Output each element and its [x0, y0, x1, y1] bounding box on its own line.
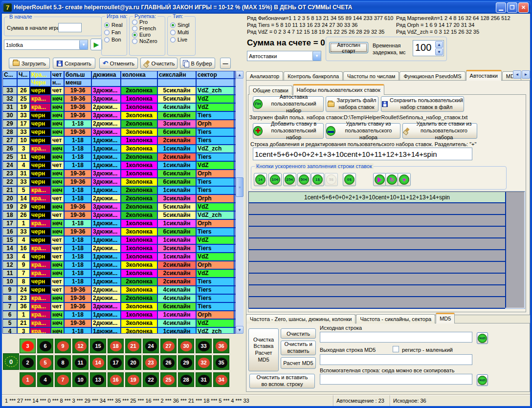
- bet-string-input[interactable]: [253, 148, 472, 160]
- scroll-thumb[interactable]: ≡: [236, 177, 244, 197]
- table-row[interactable]: 2331черннеч19-363дюжи...1колонка6сиклайн…: [3, 170, 235, 178]
- table-row[interactable]: 3326чернчет19-363дюжи...2колонка5сиклайн…: [3, 87, 235, 95]
- coin-button-50¢[interactable]: 50¢: [297, 173, 310, 186]
- board-zero-cell[interactable]: 0: [3, 353, 19, 370]
- delay-spinner[interactable]: 100 ▲ ▼: [413, 40, 444, 56]
- close-button[interactable]: ✕: [518, 2, 529, 13]
- board-number-30[interactable]: 30: [178, 339, 194, 353]
- case-checkbox[interactable]: [393, 346, 399, 352]
- spinner-down-icon[interactable]: ▼: [435, 48, 443, 55]
- board-number-28[interactable]: 28: [178, 372, 194, 387]
- chevron-down-icon[interactable]: ▼: [312, 51, 321, 61]
- radio-bon[interactable]: Bon: [104, 37, 127, 43]
- coin-button-10¢[interactable]: 10¢: [268, 173, 282, 186]
- coin-button-0$[interactable]: 0$: [343, 173, 356, 186]
- save-bet-file-button[interactable]: Сохранить пользовательский набор ставок …: [381, 96, 464, 112]
- board-number-1[interactable]: 1: [20, 372, 36, 387]
- board-number-3[interactable]: 3: [20, 339, 36, 353]
- board-number-10[interactable]: 10: [72, 372, 89, 387]
- board-number-24[interactable]: 24: [143, 339, 159, 353]
- board-number-34[interactable]: 34: [213, 372, 229, 387]
- start-sum-input[interactable]: [58, 23, 82, 32]
- bottom-tab-2[interactable]: MD5: [436, 313, 455, 323]
- table-row[interactable]: 521кра...неч19-362дюжи...3колонка4сиклай…: [3, 320, 235, 328]
- sub-tab-1[interactable]: Наборы пользовательских ставок: [293, 84, 384, 95]
- md5-clear-paste-aux-button[interactable]: Очистить и вставить во вспом. строку: [249, 374, 315, 388]
- board-number-7[interactable]: 7: [55, 372, 71, 387]
- mode-combo[interactable]: Автоставки ▼: [247, 51, 321, 61]
- table-row[interactable]: 117кра...неч1-181дюжи...1колонка2сиклайн…: [3, 270, 235, 278]
- board-number-9[interactable]: 9: [55, 339, 71, 353]
- play-action-button[interactable]: [373, 173, 386, 186]
- md5-clear-and-paste-button[interactable]: Очистить и вставить: [281, 341, 316, 355]
- board-number-19[interactable]: 19: [125, 372, 141, 387]
- save-button[interactable]: Сохранить: [53, 58, 95, 69]
- board-number-17[interactable]: 17: [108, 355, 124, 370]
- board-number-5[interactable]: 5: [37, 355, 53, 370]
- bet-list-row[interactable]: [249, 238, 505, 250]
- radio-real[interactable]: Real: [104, 22, 127, 28]
- undo-button[interactable]: ↶Отменить: [99, 58, 138, 69]
- radio-french[interactable]: French: [132, 25, 165, 31]
- title-bar[interactable]: 7 HelperRoullet 5.3- create helperroulle…: [1, 1, 531, 14]
- maximize-button[interactable]: ❐: [507, 2, 517, 13]
- bet-list-row[interactable]: [249, 285, 505, 297]
- chevron-down-icon[interactable]: ▼: [79, 40, 88, 49]
- bet-list-row[interactable]: [249, 262, 505, 274]
- radio-pro[interactable]: Pro: [132, 19, 165, 25]
- main-tab-1[interactable]: Контроль банкролла: [284, 71, 343, 81]
- table-row[interactable]: 924чернчет19-362дюжи...3колонка4сиклайнT…: [3, 286, 235, 295]
- table-row[interactable]: 154чернчет1-181дюжи...1колонка1сиклайнVd…: [3, 236, 235, 245]
- board-number-4[interactable]: 4: [37, 372, 53, 387]
- radio-nozero[interactable]: NoZero: [132, 38, 165, 44]
- table-row[interactable]: 2710чернчет1-181дюжи...1колонка2сиклайнT…: [3, 137, 235, 145]
- autostake-user-set-button[interactable]: ПН Автоставка пользовательский набор: [253, 96, 324, 112]
- table-row[interactable]: 3119кра...неч19-362дюжи...1колонка4сикла…: [3, 104, 235, 112]
- table-row[interactable]: 2014кра...чет1-182дюжи...2колонка3сиклай…: [3, 195, 235, 203]
- table-row[interactable]: 823кра...неч19-362дюжи...2колонка4сиклай…: [3, 295, 235, 303]
- board-number-20[interactable]: 20: [125, 355, 141, 370]
- bottom-tab-0[interactable]: Частота - Zero, шансы, дюжины, колонки: [246, 314, 355, 323]
- table-row[interactable]: 134чернчет1-181дюжи...1колонка1сиклайнVd…: [3, 253, 235, 261]
- swirl-action-button[interactable]: ♥: [398, 173, 411, 186]
- coin-button-25¢[interactable]: 25¢: [283, 173, 296, 186]
- board-number-6[interactable]: 6: [37, 339, 53, 353]
- scroll-up-icon[interactable]: ▲: [236, 71, 244, 79]
- md5-source-input[interactable]: [320, 332, 472, 343]
- board-number-31[interactable]: 31: [196, 372, 212, 387]
- board-number-2[interactable]: 2: [20, 355, 36, 370]
- copy-buffer-button[interactable]: В буфер: [180, 58, 215, 69]
- board-number-36[interactable]: 36: [213, 339, 229, 353]
- collapse-button[interactable]: —: [220, 58, 231, 69]
- table-row[interactable]: 3225кра...неч19-363дюжи...1колонка5сикла…: [3, 95, 235, 104]
- md5-clear-button[interactable]: Очистить: [281, 328, 316, 339]
- main-tab-0[interactable]: Анализатор: [246, 71, 283, 81]
- coin-button-1$[interactable]: 1$: [311, 173, 324, 186]
- table-row[interactable]: 244чернчет1-181дюжи...1колонка1сиклайнVd…: [3, 162, 235, 170]
- board-number-33[interactable]: 33: [196, 339, 212, 353]
- board-number-23[interactable]: 23: [143, 355, 159, 370]
- table-row[interactable]: 1416кра...чет1-182дюжи...1колонка3сиклай…: [3, 245, 235, 253]
- bet-list-row[interactable]: [249, 227, 505, 238]
- table-row[interactable]: 2917черннеч1-182дюжи...2колонка3сиклайнO…: [3, 120, 235, 129]
- minimize-button[interactable]: ▁: [496, 2, 506, 13]
- radio-singl[interactable]: Singl: [170, 22, 195, 28]
- add-bet-button[interactable]: ✚ Добавить ставку в пользовательский наб…: [253, 123, 324, 139]
- radio-live[interactable]: Live: [170, 37, 195, 43]
- md5-calc-aux-button[interactable]: МД5: [477, 374, 488, 386]
- tab-scroll-right-icon[interactable]: ►: [522, 70, 530, 79]
- board-number-27[interactable]: 27: [160, 339, 177, 353]
- main-tab-2[interactable]: Частоты по числам: [343, 71, 399, 81]
- table-row[interactable]: 171кра...неч1-181дюжи...1колонка1сиклайн…: [3, 220, 235, 228]
- board-number-15[interactable]: 15: [90, 339, 106, 353]
- bet-list-scroll-area[interactable]: [507, 192, 524, 308]
- table-row[interactable]: 43кра...неч1-181дюжи...3колонка1сиклайнV…: [3, 328, 235, 334]
- coin-button-1¢[interactable]: 1¢: [254, 173, 267, 186]
- sub-tab-0[interactable]: Общие ставки: [249, 86, 292, 95]
- board-number-21[interactable]: 21: [125, 339, 141, 353]
- md5-calc-button[interactable]: Расчет MD5: [281, 357, 316, 369]
- board-number-11[interactable]: 11: [72, 355, 89, 370]
- table-row[interactable]: 61кра...неч1-181дюжи...1колонка1сиклайнO…: [3, 311, 235, 320]
- bet-list-row[interactable]: [249, 297, 505, 309]
- table-row[interactable]: 736кра...чет19-363дюжи...3колонка6сиклай…: [3, 303, 235, 311]
